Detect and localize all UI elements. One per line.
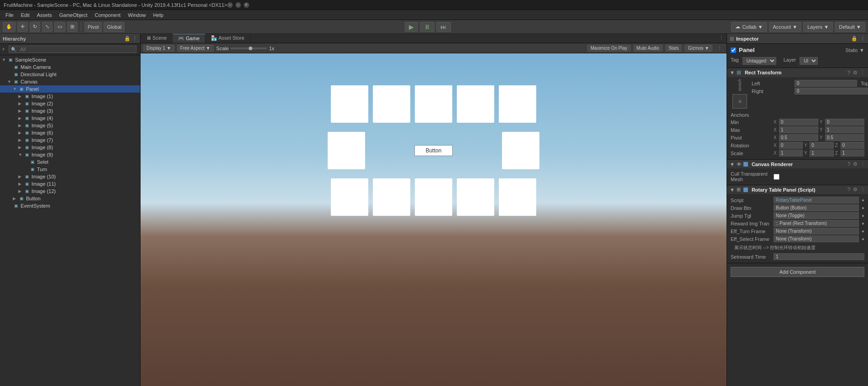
- tab-game[interactable]: 🎮 Game: [173, 34, 205, 43]
- menu-component[interactable]: Component: [91, 11, 124, 19]
- scene-toolbar-menu[interactable]: ⋮: [715, 44, 724, 52]
- canvas-settings-icon[interactable]: ⚙: [853, 161, 858, 167]
- minimize-button[interactable]: ─: [227, 2, 233, 8]
- jump-tgl-icon[interactable]: ●: [862, 213, 864, 218]
- anchor-min-x-input[interactable]: [779, 119, 818, 125]
- hierarchy-item[interactable]: ▶ ▣ Image (1): [0, 93, 140, 100]
- hierarchy-item[interactable]: ▶ ▣ Button: [0, 195, 140, 202]
- menu-edit[interactable]: Edit: [17, 11, 33, 19]
- component-enable-checkbox[interactable]: [731, 47, 736, 53]
- close-button[interactable]: ✕: [244, 2, 249, 8]
- scale-z-input[interactable]: [841, 150, 864, 156]
- rect-menu-icon[interactable]: ⋮: [860, 70, 865, 76]
- rotary-settings-icon[interactable]: ⚙: [853, 187, 858, 193]
- tab-asset-store[interactable]: 🏪 Asset Store: [205, 34, 250, 43]
- hierarchy-item[interactable]: ▶ ▣ Image (11): [0, 180, 140, 188]
- eff-select-icon[interactable]: ●: [862, 236, 864, 241]
- tool-multi[interactable]: ⊞: [67, 22, 78, 32]
- script-circle-icon[interactable]: ●: [862, 198, 864, 203]
- hierarchy-item[interactable]: ▣ Turn: [0, 166, 140, 173]
- scale-track[interactable]: [230, 47, 267, 49]
- hierarchy-search-input[interactable]: [18, 46, 136, 52]
- tool-rotate[interactable]: ↻: [30, 22, 40, 32]
- menu-window[interactable]: Window: [124, 11, 149, 19]
- hierarchy-item[interactable]: ▼ ▣ Canvas: [0, 78, 140, 85]
- hierarchy-item[interactable]: ▣ Selet: [0, 158, 140, 166]
- rotary-menu-icon[interactable]: ⋮: [860, 187, 865, 193]
- menu-gameobject[interactable]: GameObject: [56, 11, 91, 19]
- hierarchy-item[interactable]: ▶ ▣ Image (6): [0, 129, 140, 136]
- pivot-x-input[interactable]: [779, 134, 818, 141]
- menu-help[interactable]: Help: [149, 11, 167, 19]
- anchor-max-x-input[interactable]: [779, 126, 818, 133]
- tool-rect[interactable]: ▭: [54, 22, 65, 32]
- menu-file[interactable]: File: [2, 11, 17, 19]
- hierarchy-add-icon[interactable]: +: [2, 46, 5, 52]
- gizmos-button[interactable]: Gizmos ▼: [685, 45, 712, 52]
- scene-tab-menu[interactable]: ⋮: [716, 34, 727, 43]
- pivot-button[interactable]: Pivot: [84, 22, 102, 32]
- canvas-info-icon[interactable]: ?: [847, 161, 850, 167]
- rot-y-input[interactable]: [810, 142, 833, 149]
- scale-thumb[interactable]: [249, 47, 252, 50]
- inspector-static-label[interactable]: Static ▼: [846, 47, 864, 53]
- stats-button[interactable]: Stats: [665, 45, 682, 52]
- play-button[interactable]: ▶: [405, 22, 418, 32]
- hierarchy-item[interactable]: ▶ ▣ Image (3): [0, 107, 140, 115]
- hierarchy-item[interactable]: ▣ Directional Light: [0, 71, 140, 78]
- hierarchy-item[interactable]: ▶ ▣ Image (12): [0, 188, 140, 195]
- display-button[interactable]: Display 1 ▼: [143, 45, 174, 52]
- maximize-on-play-button[interactable]: Maximize On Play: [587, 45, 631, 52]
- hierarchy-menu-icon[interactable]: ⋮: [132, 36, 137, 42]
- layers-button[interactable]: Layers ▼: [803, 22, 833, 32]
- pivot-y-input[interactable]: [825, 134, 864, 141]
- rotary-script-header[interactable]: ▼ ⊞ Rotary Table Panel (Script) ? ⚙ ⋮: [727, 185, 868, 194]
- scale-x-input[interactable]: [779, 150, 803, 156]
- global-button[interactable]: Global: [104, 22, 125, 32]
- hierarchy-item[interactable]: ▶ ▣ Image (10): [0, 173, 140, 180]
- account-button[interactable]: Account ▼: [769, 22, 802, 32]
- right-input[interactable]: [795, 88, 868, 94]
- reward-img-icon[interactable]: ●: [862, 221, 864, 226]
- anchor-min-y-input[interactable]: [825, 119, 864, 125]
- tool-scale[interactable]: ⤡: [42, 22, 52, 32]
- tab-scene[interactable]: 🖥 Scene: [141, 34, 173, 43]
- rot-z-input[interactable]: [841, 142, 864, 149]
- inspector-menu-icon[interactable]: ⋮: [860, 36, 865, 42]
- hierarchy-item[interactable]: ▼ ▣ SampleScene: [0, 56, 140, 63]
- aspect-button[interactable]: Free Aspect ▼: [177, 45, 214, 52]
- hierarchy-item[interactable]: ▼ ▣ Panel: [0, 85, 140, 93]
- maximize-button[interactable]: □: [235, 2, 241, 8]
- menu-assets[interactable]: Assets: [33, 11, 56, 19]
- rect-transform-header[interactable]: ▼ ⊞ Rect Transform ? ⚙ ⋮: [727, 68, 868, 77]
- setreward-input[interactable]: [774, 253, 864, 260]
- rotary-info-icon[interactable]: ?: [847, 187, 850, 193]
- tool-move[interactable]: ✛: [17, 22, 28, 32]
- hierarchy-item[interactable]: ▶ ▣ Image (4): [0, 115, 140, 122]
- canvas-menu-icon[interactable]: ⋮: [860, 161, 865, 167]
- eff-turn-icon[interactable]: ●: [862, 229, 864, 234]
- pause-button[interactable]: ⏸: [420, 22, 434, 32]
- rot-x-input[interactable]: [779, 142, 803, 149]
- canvas-renderer-header[interactable]: ▼ 👁 Canvas Renderer ? ⚙ ⋮: [727, 160, 868, 168]
- mute-audio-button[interactable]: Mute Audio: [633, 45, 663, 52]
- scale-y-input[interactable]: [810, 150, 833, 156]
- script-value[interactable]: RotaryTablePanel: [774, 197, 859, 203]
- left-input[interactable]: [795, 80, 857, 87]
- anchor-visual[interactable]: ⊞: [732, 94, 747, 109]
- hierarchy-item[interactable]: ▣ Main Camera: [0, 63, 140, 71]
- inspector-lock-icon[interactable]: 🔒: [851, 36, 858, 42]
- hierarchy-item[interactable]: ▶ ▣ Image (5): [0, 122, 140, 129]
- layer-selector[interactable]: UI: [800, 57, 818, 65]
- rect-info-icon[interactable]: ?: [847, 70, 850, 76]
- cull-checkbox[interactable]: [774, 174, 779, 180]
- hierarchy-item[interactable]: ▶ ▣ Image (8): [0, 144, 140, 151]
- rect-settings-icon[interactable]: ⚙: [853, 70, 858, 76]
- anchor-max-y-input[interactable]: [825, 126, 864, 133]
- hierarchy-item[interactable]: ▶ ▣ Image (2): [0, 100, 140, 107]
- tag-selector[interactable]: Untagged: [743, 57, 776, 65]
- hierarchy-item[interactable]: ▶ ▣ Image (7): [0, 136, 140, 144]
- add-component-button[interactable]: Add Component: [731, 267, 864, 277]
- step-button[interactable]: ⏭: [436, 22, 451, 32]
- tool-hand[interactable]: ✋: [3, 22, 16, 32]
